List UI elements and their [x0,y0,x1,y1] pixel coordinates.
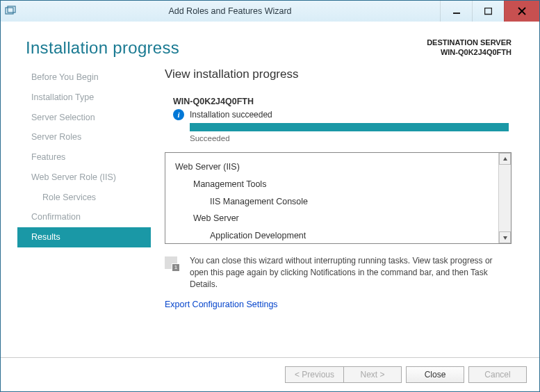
minimize-button[interactable] [440,1,472,22]
title-bar: Add Roles and Features Wizard [1,1,539,22]
nav-button-group: < Previous Next > [285,366,402,383]
section-title: View installation progress [165,67,512,81]
scroll-down-button[interactable] [499,231,511,243]
sidebar-step-before-you-begin: Before You Begin [26,67,148,88]
status-text: Installation succeeded [190,110,272,120]
cancel-button[interactable]: Cancel [468,366,527,383]
feature-item: IIS Management Console [172,193,496,211]
scrollbar-vertical[interactable] [498,153,511,243]
svg-rect-1 [8,6,15,13]
hint-row: You can close this wizard without interr… [165,255,512,290]
maximize-button[interactable] [472,1,504,22]
feature-item: Management Tools [172,176,496,193]
content-pane: View installation progress WIN-Q0K2J4Q0F… [148,67,539,309]
feature-item: Web Server [172,210,496,227]
sidebar-step-role-services: Role Services [26,188,148,208]
status-row: i Installation succeeded [173,109,512,120]
previous-button[interactable]: < Previous [285,366,343,383]
next-button[interactable]: Next > [343,366,402,383]
destination-server-name: WIN-Q0K2J4Q0FTH [427,48,512,58]
page-title: Installation progress [26,38,179,58]
sidebar-step-installation-type: Installation Type [26,88,148,108]
svg-marker-7 [503,236,507,240]
sidebar-step-web-server-role-iis-: Web Server Role (IIS) [26,168,148,188]
wizard-body: Installation progress DESTINATION SERVER… [1,22,539,391]
sidebar-step-confirmation: Confirmation [26,207,148,227]
destination-server-info: DESTINATION SERVER WIN-Q0K2J4Q0FTH [427,38,512,58]
progress-label: Succeeded [190,134,509,142]
target-server-name: WIN-Q0K2J4Q0FTH [173,97,512,106]
feature-item: Application Development [172,227,496,243]
scroll-up-button[interactable] [499,153,511,165]
sidebar-step-features: Features [26,147,148,168]
close-window-button[interactable] [504,1,539,22]
sidebar-step-results[interactable]: Results [17,227,151,247]
svg-rect-3 [485,8,492,14]
export-configuration-link[interactable]: Export Configuration Settings [165,300,278,309]
sidebar-step-server-roles: Server Roles [26,127,148,147]
results-listbox[interactable]: Web Server (IIS)Management ToolsIIS Mana… [165,152,512,244]
app-icon [1,6,20,17]
window-title: Add Roles and Features Wizard [20,6,440,16]
window-controls [440,1,539,22]
info-icon: i [173,109,184,120]
svg-marker-6 [503,157,507,161]
progress-bar [190,123,509,131]
hint-text: You can close this wizard without interr… [190,255,512,290]
wizard-footer: < Previous Next > Close Cancel [1,357,539,391]
destination-label: DESTINATION SERVER [427,38,512,48]
feature-item: Web Server (IIS) [172,158,496,176]
wizard-window: Add Roles and Features Wizard Installati… [0,0,540,392]
sidebar-step-server-selection: Server Selection [26,108,148,128]
wizard-steps-sidebar: Before You BeginInstallation TypeServer … [1,67,148,309]
notification-flag-icon [165,255,190,290]
svg-rect-0 [6,8,13,14]
close-button[interactable]: Close [406,366,464,383]
